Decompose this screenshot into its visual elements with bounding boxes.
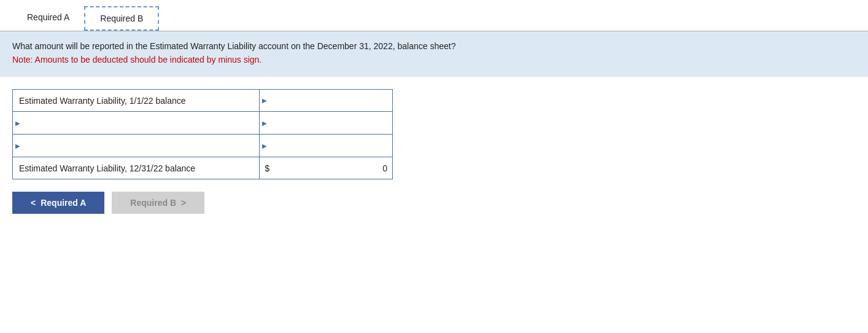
row3-label-cell[interactable]: ▶	[13, 135, 260, 157]
row3-label-input[interactable]	[23, 135, 259, 157]
tabs-container: Required A Required B	[0, 6, 868, 31]
row4-value-cell: $ 0	[260, 157, 393, 179]
question-note-text: Note: Amounts to be deducted should be i…	[12, 55, 856, 65]
required-a-button-label: Required A	[41, 198, 86, 208]
row4-currency: $	[260, 160, 273, 177]
table-row: ▶ ▶	[13, 112, 393, 135]
table-row: Estimated Warranty Liability, 1/1/22 bal…	[13, 90, 393, 112]
row4-value: 0	[273, 160, 392, 177]
required-b-button[interactable]: Required B >	[112, 192, 204, 214]
question-main-text: What amount will be reported in the Esti…	[12, 41, 856, 51]
warranty-table: Estimated Warranty Liability, 1/1/22 bal…	[12, 89, 393, 179]
row3-arrow-left: ▶	[13, 143, 23, 149]
tab-required-b-label: Required B	[100, 14, 143, 23]
required-b-button-label: Required B	[130, 198, 176, 208]
row3-value-input[interactable]	[269, 135, 392, 157]
row2-arrow-right: ▶	[260, 120, 269, 127]
row2-value-cell[interactable]: ▶	[260, 112, 393, 135]
row1-label-text: Estimated Warranty Liability, 1/1/22 bal…	[19, 96, 186, 106]
tab-required-a-label: Required A	[27, 12, 69, 22]
nav-buttons: < Required A Required B >	[12, 192, 856, 214]
row1-value-cell[interactable]: ▶	[260, 90, 393, 112]
chevron-right-icon: >	[181, 198, 186, 208]
row4-label-text: Estimated Warranty Liability, 12/31/22 b…	[19, 163, 195, 173]
tab-required-a[interactable]: Required A	[12, 6, 84, 31]
table-row: ▶ ▶	[13, 135, 393, 157]
chevron-left-icon: <	[31, 198, 36, 208]
required-a-button[interactable]: < Required A	[12, 192, 104, 214]
table-container: Estimated Warranty Liability, 1/1/22 bal…	[12, 89, 393, 179]
row2-label-input[interactable]	[23, 112, 259, 134]
row2-label-cell[interactable]: ▶	[13, 112, 260, 135]
table-row: Estimated Warranty Liability, 12/31/22 b…	[13, 157, 393, 179]
row3-value-cell[interactable]: ▶	[260, 135, 393, 157]
row1-label: Estimated Warranty Liability, 1/1/22 bal…	[13, 90, 260, 112]
row1-arrow-right: ▶	[260, 97, 269, 104]
page-wrapper: Required A Required B What amount will b…	[0, 0, 868, 238]
row4-label: Estimated Warranty Liability, 12/31/22 b…	[13, 157, 260, 179]
row2-value-input[interactable]	[269, 112, 392, 134]
question-area: What amount will be reported in the Esti…	[0, 31, 868, 77]
row2-arrow-left: ▶	[13, 120, 23, 127]
row1-input[interactable]	[269, 90, 392, 111]
tab-required-b[interactable]: Required B	[84, 6, 159, 31]
row3-arrow-right: ▶	[260, 143, 269, 149]
